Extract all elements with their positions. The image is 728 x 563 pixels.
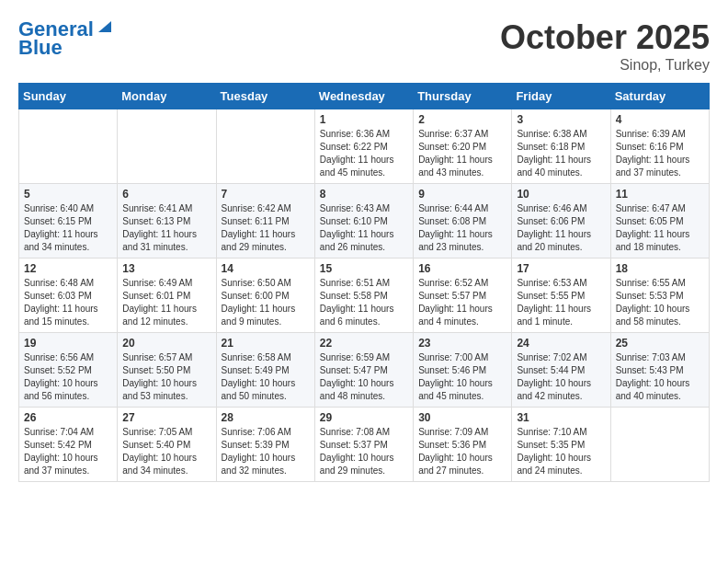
weekday-header-monday: Monday xyxy=(118,84,216,109)
calendar-day-12: 12Sunrise: 6:48 AM Sunset: 6:03 PM Dayli… xyxy=(19,259,118,333)
weekday-header-saturday: Saturday xyxy=(610,84,709,109)
day-number: 2 xyxy=(418,113,506,126)
calendar-day-23: 23Sunrise: 7:00 AM Sunset: 5:46 PM Dayli… xyxy=(414,333,512,408)
logo-icon xyxy=(97,17,113,34)
day-number: 12 xyxy=(24,262,112,275)
day-number: 21 xyxy=(222,337,310,350)
calendar-day-10: 10Sunrise: 6:46 AM Sunset: 6:06 PM Dayli… xyxy=(512,184,610,259)
title-area: October 2025 Sinop, Turkey xyxy=(500,18,710,74)
day-info: Sunrise: 6:41 AM Sunset: 6:13 PM Dayligh… xyxy=(122,202,210,254)
calendar-week-row: 1Sunrise: 6:36 AM Sunset: 6:22 PM Daylig… xyxy=(19,109,710,184)
calendar-day-27: 27Sunrise: 7:05 AM Sunset: 5:40 PM Dayli… xyxy=(118,408,216,482)
calendar-week-row: 5Sunrise: 6:40 AM Sunset: 6:15 PM Daylig… xyxy=(19,184,710,259)
day-number: 27 xyxy=(122,411,210,424)
day-info: Sunrise: 6:38 AM Sunset: 6:18 PM Dayligh… xyxy=(517,128,605,179)
logo-blue-text: Blue xyxy=(18,37,63,59)
day-number: 22 xyxy=(320,337,408,350)
weekday-header-friday: Friday xyxy=(512,84,610,109)
day-info: Sunrise: 6:53 AM Sunset: 5:55 PM Dayligh… xyxy=(517,277,605,328)
calendar-empty-cell xyxy=(19,109,118,184)
calendar-empty-cell xyxy=(118,109,216,184)
calendar-week-row: 26Sunrise: 7:04 AM Sunset: 5:42 PM Dayli… xyxy=(19,408,710,482)
day-info: Sunrise: 7:09 AM Sunset: 5:36 PM Dayligh… xyxy=(418,426,506,477)
location-subtitle: Sinop, Turkey xyxy=(500,57,710,74)
day-info: Sunrise: 7:00 AM Sunset: 5:46 PM Dayligh… xyxy=(418,351,506,403)
day-number: 19 xyxy=(24,337,112,350)
day-number: 20 xyxy=(122,337,210,350)
weekday-header-thursday: Thursday xyxy=(414,84,512,109)
calendar-week-row: 12Sunrise: 6:48 AM Sunset: 6:03 PM Dayli… xyxy=(19,259,710,333)
day-info: Sunrise: 7:06 AM Sunset: 5:39 PM Dayligh… xyxy=(222,426,310,477)
day-info: Sunrise: 6:49 AM Sunset: 6:01 PM Dayligh… xyxy=(122,277,210,328)
day-info: Sunrise: 6:47 AM Sunset: 6:05 PM Dayligh… xyxy=(616,202,704,254)
calendar-day-31: 31Sunrise: 7:10 AM Sunset: 5:35 PM Dayli… xyxy=(512,408,610,482)
calendar-empty-cell xyxy=(216,109,314,184)
calendar-day-13: 13Sunrise: 6:49 AM Sunset: 6:01 PM Dayli… xyxy=(118,259,216,333)
calendar-day-11: 11Sunrise: 6:47 AM Sunset: 6:05 PM Dayli… xyxy=(610,184,709,259)
day-number: 26 xyxy=(24,411,112,424)
calendar-day-16: 16Sunrise: 6:52 AM Sunset: 5:57 PM Dayli… xyxy=(414,259,512,333)
day-number: 25 xyxy=(616,337,704,350)
calendar-empty-cell xyxy=(610,408,709,482)
calendar-day-19: 19Sunrise: 6:56 AM Sunset: 5:52 PM Dayli… xyxy=(19,333,118,408)
weekday-header-sunday: Sunday xyxy=(19,84,118,109)
calendar-day-25: 25Sunrise: 7:03 AM Sunset: 5:43 PM Dayli… xyxy=(610,333,709,408)
day-number: 3 xyxy=(517,113,605,126)
calendar-table: SundayMondayTuesdayWednesdayThursdayFrid… xyxy=(18,83,710,482)
day-info: Sunrise: 6:43 AM Sunset: 6:10 PM Dayligh… xyxy=(320,202,408,254)
day-info: Sunrise: 7:10 AM Sunset: 5:35 PM Dayligh… xyxy=(517,426,605,477)
day-info: Sunrise: 6:48 AM Sunset: 6:03 PM Dayligh… xyxy=(24,277,112,328)
day-info: Sunrise: 7:02 AM Sunset: 5:44 PM Dayligh… xyxy=(517,351,605,403)
day-number: 11 xyxy=(616,188,704,201)
day-info: Sunrise: 6:55 AM Sunset: 5:53 PM Dayligh… xyxy=(616,277,704,328)
day-number: 17 xyxy=(517,262,605,275)
day-info: Sunrise: 6:46 AM Sunset: 6:06 PM Dayligh… xyxy=(517,202,605,254)
calendar-day-6: 6Sunrise: 6:41 AM Sunset: 6:13 PM Daylig… xyxy=(118,184,216,259)
calendar-day-20: 20Sunrise: 6:57 AM Sunset: 5:50 PM Dayli… xyxy=(118,333,216,408)
day-number: 28 xyxy=(222,411,310,424)
day-info: Sunrise: 6:57 AM Sunset: 5:50 PM Dayligh… xyxy=(122,351,210,403)
calendar-day-30: 30Sunrise: 7:09 AM Sunset: 5:36 PM Dayli… xyxy=(414,408,512,482)
day-info: Sunrise: 7:04 AM Sunset: 5:42 PM Dayligh… xyxy=(24,426,112,477)
calendar-day-22: 22Sunrise: 6:59 AM Sunset: 5:47 PM Dayli… xyxy=(314,333,413,408)
day-info: Sunrise: 7:05 AM Sunset: 5:40 PM Dayligh… xyxy=(122,426,210,477)
day-number: 4 xyxy=(616,113,704,126)
day-number: 7 xyxy=(222,188,310,201)
calendar-day-9: 9Sunrise: 6:44 AM Sunset: 6:08 PM Daylig… xyxy=(414,184,512,259)
calendar-day-14: 14Sunrise: 6:50 AM Sunset: 6:00 PM Dayli… xyxy=(216,259,314,333)
calendar-day-18: 18Sunrise: 6:55 AM Sunset: 5:53 PM Dayli… xyxy=(610,259,709,333)
page-header: General Blue October 2025 Sinop, Turkey xyxy=(18,18,710,74)
day-number: 29 xyxy=(320,411,408,424)
weekday-header-wednesday: Wednesday xyxy=(314,84,413,109)
calendar-day-8: 8Sunrise: 6:43 AM Sunset: 6:10 PM Daylig… xyxy=(314,184,413,259)
day-number: 13 xyxy=(122,262,210,275)
calendar-day-21: 21Sunrise: 6:58 AM Sunset: 5:49 PM Dayli… xyxy=(216,333,314,408)
month-title: October 2025 xyxy=(500,18,710,57)
weekday-header-tuesday: Tuesday xyxy=(216,84,314,109)
day-info: Sunrise: 6:50 AM Sunset: 6:00 PM Dayligh… xyxy=(222,277,310,328)
day-info: Sunrise: 6:37 AM Sunset: 6:20 PM Dayligh… xyxy=(418,128,506,179)
day-info: Sunrise: 7:08 AM Sunset: 5:37 PM Dayligh… xyxy=(320,426,408,477)
day-number: 31 xyxy=(517,411,605,424)
calendar-day-15: 15Sunrise: 6:51 AM Sunset: 5:58 PM Dayli… xyxy=(314,259,413,333)
calendar-day-3: 3Sunrise: 6:38 AM Sunset: 6:18 PM Daylig… xyxy=(512,109,610,184)
day-info: Sunrise: 6:42 AM Sunset: 6:11 PM Dayligh… xyxy=(222,202,310,254)
day-number: 8 xyxy=(320,188,408,201)
calendar-day-5: 5Sunrise: 6:40 AM Sunset: 6:15 PM Daylig… xyxy=(19,184,118,259)
day-number: 15 xyxy=(320,262,408,275)
day-info: Sunrise: 6:58 AM Sunset: 5:49 PM Dayligh… xyxy=(222,351,310,403)
calendar-day-29: 29Sunrise: 7:08 AM Sunset: 5:37 PM Dayli… xyxy=(314,408,413,482)
day-number: 18 xyxy=(616,262,704,275)
calendar-day-24: 24Sunrise: 7:02 AM Sunset: 5:44 PM Dayli… xyxy=(512,333,610,408)
calendar-day-7: 7Sunrise: 6:42 AM Sunset: 6:11 PM Daylig… xyxy=(216,184,314,259)
day-number: 24 xyxy=(517,337,605,350)
day-number: 14 xyxy=(222,262,310,275)
calendar-day-28: 28Sunrise: 7:06 AM Sunset: 5:39 PM Dayli… xyxy=(216,408,314,482)
day-info: Sunrise: 7:03 AM Sunset: 5:43 PM Dayligh… xyxy=(616,351,704,403)
day-number: 16 xyxy=(418,262,506,275)
calendar-day-26: 26Sunrise: 7:04 AM Sunset: 5:42 PM Dayli… xyxy=(19,408,118,482)
day-number: 9 xyxy=(418,188,506,201)
day-number: 5 xyxy=(24,188,112,201)
day-number: 30 xyxy=(418,411,506,424)
calendar-day-1: 1Sunrise: 6:36 AM Sunset: 6:22 PM Daylig… xyxy=(314,109,413,184)
